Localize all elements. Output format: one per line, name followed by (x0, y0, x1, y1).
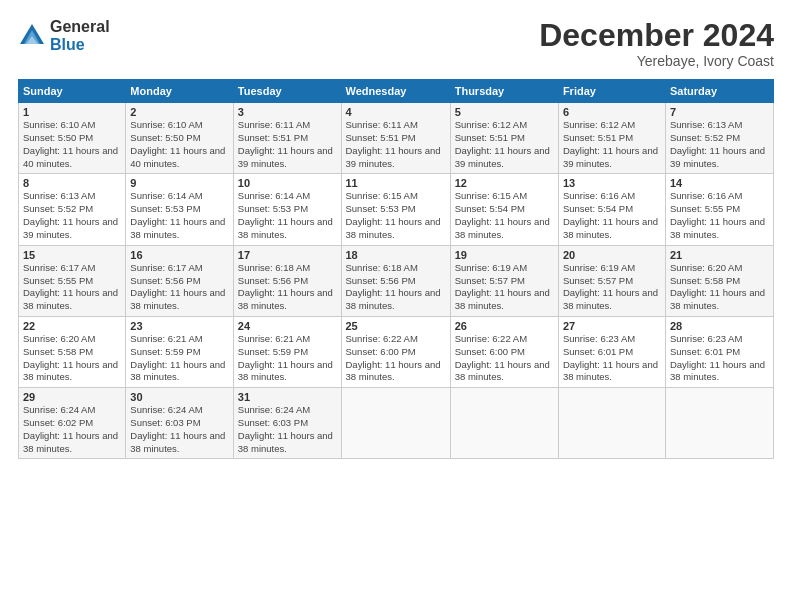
title-block: December 2024 Yerebaye, Ivory Coast (539, 18, 774, 69)
calendar-cell: 19 Sunrise: 6:19 AMSunset: 5:57 PMDaylig… (450, 245, 558, 316)
day-number: 31 (238, 391, 337, 403)
col-friday: Friday (558, 80, 665, 103)
col-saturday: Saturday (665, 80, 773, 103)
calendar-cell: 22 Sunrise: 6:20 AMSunset: 5:58 PMDaylig… (19, 316, 126, 387)
day-info: Sunrise: 6:17 AMSunset: 5:55 PMDaylight:… (23, 262, 118, 311)
col-sunday: Sunday (19, 80, 126, 103)
day-number: 22 (23, 320, 121, 332)
day-info: Sunrise: 6:24 AMSunset: 6:03 PMDaylight:… (130, 404, 225, 453)
calendar-week-5: 29 Sunrise: 6:24 AMSunset: 6:02 PMDaylig… (19, 388, 774, 459)
calendar-cell: 5 Sunrise: 6:12 AMSunset: 5:51 PMDayligh… (450, 103, 558, 174)
day-number: 25 (346, 320, 446, 332)
calendar-cell: 26 Sunrise: 6:22 AMSunset: 6:00 PMDaylig… (450, 316, 558, 387)
day-number: 7 (670, 106, 769, 118)
day-info: Sunrise: 6:21 AMSunset: 5:59 PMDaylight:… (238, 333, 333, 382)
day-info: Sunrise: 6:21 AMSunset: 5:59 PMDaylight:… (130, 333, 225, 382)
main-title: December 2024 (539, 18, 774, 53)
day-number: 9 (130, 177, 228, 189)
calendar-cell: 14 Sunrise: 6:16 AMSunset: 5:55 PMDaylig… (665, 174, 773, 245)
calendar-cell (665, 388, 773, 459)
day-number: 15 (23, 249, 121, 261)
calendar-cell: 18 Sunrise: 6:18 AMSunset: 5:56 PMDaylig… (341, 245, 450, 316)
day-number: 17 (238, 249, 337, 261)
day-info: Sunrise: 6:14 AMSunset: 5:53 PMDaylight:… (238, 190, 333, 239)
calendar-cell: 10 Sunrise: 6:14 AMSunset: 5:53 PMDaylig… (233, 174, 341, 245)
day-info: Sunrise: 6:22 AMSunset: 6:00 PMDaylight:… (346, 333, 441, 382)
header: General Blue December 2024 Yerebaye, Ivo… (18, 18, 774, 69)
day-info: Sunrise: 6:20 AMSunset: 5:58 PMDaylight:… (23, 333, 118, 382)
day-number: 2 (130, 106, 228, 118)
day-number: 23 (130, 320, 228, 332)
calendar-cell: 21 Sunrise: 6:20 AMSunset: 5:58 PMDaylig… (665, 245, 773, 316)
day-info: Sunrise: 6:15 AMSunset: 5:54 PMDaylight:… (455, 190, 550, 239)
day-number: 1 (23, 106, 121, 118)
calendar-cell: 20 Sunrise: 6:19 AMSunset: 5:57 PMDaylig… (558, 245, 665, 316)
logo-general-text: General (50, 18, 110, 36)
logo-blue-text: Blue (50, 36, 110, 54)
day-info: Sunrise: 6:24 AMSunset: 6:02 PMDaylight:… (23, 404, 118, 453)
day-info: Sunrise: 6:19 AMSunset: 5:57 PMDaylight:… (563, 262, 658, 311)
day-info: Sunrise: 6:23 AMSunset: 6:01 PMDaylight:… (670, 333, 765, 382)
col-tuesday: Tuesday (233, 80, 341, 103)
day-info: Sunrise: 6:17 AMSunset: 5:56 PMDaylight:… (130, 262, 225, 311)
col-thursday: Thursday (450, 80, 558, 103)
calendar-cell: 2 Sunrise: 6:10 AMSunset: 5:50 PMDayligh… (126, 103, 233, 174)
day-info: Sunrise: 6:18 AMSunset: 5:56 PMDaylight:… (346, 262, 441, 311)
col-wednesday: Wednesday (341, 80, 450, 103)
day-info: Sunrise: 6:22 AMSunset: 6:00 PMDaylight:… (455, 333, 550, 382)
day-info: Sunrise: 6:20 AMSunset: 5:58 PMDaylight:… (670, 262, 765, 311)
day-number: 12 (455, 177, 554, 189)
day-number: 30 (130, 391, 228, 403)
day-number: 4 (346, 106, 446, 118)
day-number: 28 (670, 320, 769, 332)
calendar-table: Sunday Monday Tuesday Wednesday Thursday… (18, 79, 774, 459)
day-number: 16 (130, 249, 228, 261)
day-number: 24 (238, 320, 337, 332)
calendar-week-1: 1 Sunrise: 6:10 AMSunset: 5:50 PMDayligh… (19, 103, 774, 174)
day-number: 14 (670, 177, 769, 189)
logo-text: General Blue (50, 18, 110, 53)
day-info: Sunrise: 6:13 AMSunset: 5:52 PMDaylight:… (23, 190, 118, 239)
calendar-cell: 12 Sunrise: 6:15 AMSunset: 5:54 PMDaylig… (450, 174, 558, 245)
day-number: 21 (670, 249, 769, 261)
day-info: Sunrise: 6:15 AMSunset: 5:53 PMDaylight:… (346, 190, 441, 239)
calendar-cell: 16 Sunrise: 6:17 AMSunset: 5:56 PMDaylig… (126, 245, 233, 316)
calendar-cell (450, 388, 558, 459)
calendar-cell (341, 388, 450, 459)
day-number: 11 (346, 177, 446, 189)
calendar-week-3: 15 Sunrise: 6:17 AMSunset: 5:55 PMDaylig… (19, 245, 774, 316)
day-info: Sunrise: 6:24 AMSunset: 6:03 PMDaylight:… (238, 404, 333, 453)
calendar-cell: 8 Sunrise: 6:13 AMSunset: 5:52 PMDayligh… (19, 174, 126, 245)
calendar-header-row: Sunday Monday Tuesday Wednesday Thursday… (19, 80, 774, 103)
calendar-cell: 11 Sunrise: 6:15 AMSunset: 5:53 PMDaylig… (341, 174, 450, 245)
page: General Blue December 2024 Yerebaye, Ivo… (0, 0, 792, 612)
day-number: 20 (563, 249, 661, 261)
day-info: Sunrise: 6:11 AMSunset: 5:51 PMDaylight:… (238, 119, 333, 168)
logo: General Blue (18, 18, 110, 53)
logo-icon (18, 22, 46, 50)
col-monday: Monday (126, 80, 233, 103)
day-info: Sunrise: 6:23 AMSunset: 6:01 PMDaylight:… (563, 333, 658, 382)
calendar-cell: 7 Sunrise: 6:13 AMSunset: 5:52 PMDayligh… (665, 103, 773, 174)
calendar-cell: 24 Sunrise: 6:21 AMSunset: 5:59 PMDaylig… (233, 316, 341, 387)
calendar-cell: 6 Sunrise: 6:12 AMSunset: 5:51 PMDayligh… (558, 103, 665, 174)
subtitle: Yerebaye, Ivory Coast (539, 53, 774, 69)
day-number: 6 (563, 106, 661, 118)
day-info: Sunrise: 6:10 AMSunset: 5:50 PMDaylight:… (130, 119, 225, 168)
calendar-cell: 4 Sunrise: 6:11 AMSunset: 5:51 PMDayligh… (341, 103, 450, 174)
calendar-cell: 1 Sunrise: 6:10 AMSunset: 5:50 PMDayligh… (19, 103, 126, 174)
day-info: Sunrise: 6:18 AMSunset: 5:56 PMDaylight:… (238, 262, 333, 311)
day-info: Sunrise: 6:11 AMSunset: 5:51 PMDaylight:… (346, 119, 441, 168)
calendar-cell: 15 Sunrise: 6:17 AMSunset: 5:55 PMDaylig… (19, 245, 126, 316)
calendar-cell: 31 Sunrise: 6:24 AMSunset: 6:03 PMDaylig… (233, 388, 341, 459)
day-info: Sunrise: 6:12 AMSunset: 5:51 PMDaylight:… (455, 119, 550, 168)
calendar-cell: 13 Sunrise: 6:16 AMSunset: 5:54 PMDaylig… (558, 174, 665, 245)
day-info: Sunrise: 6:14 AMSunset: 5:53 PMDaylight:… (130, 190, 225, 239)
day-number: 13 (563, 177, 661, 189)
day-number: 27 (563, 320, 661, 332)
day-info: Sunrise: 6:10 AMSunset: 5:50 PMDaylight:… (23, 119, 118, 168)
day-info: Sunrise: 6:16 AMSunset: 5:54 PMDaylight:… (563, 190, 658, 239)
day-info: Sunrise: 6:12 AMSunset: 5:51 PMDaylight:… (563, 119, 658, 168)
day-info: Sunrise: 6:16 AMSunset: 5:55 PMDaylight:… (670, 190, 765, 239)
day-number: 8 (23, 177, 121, 189)
